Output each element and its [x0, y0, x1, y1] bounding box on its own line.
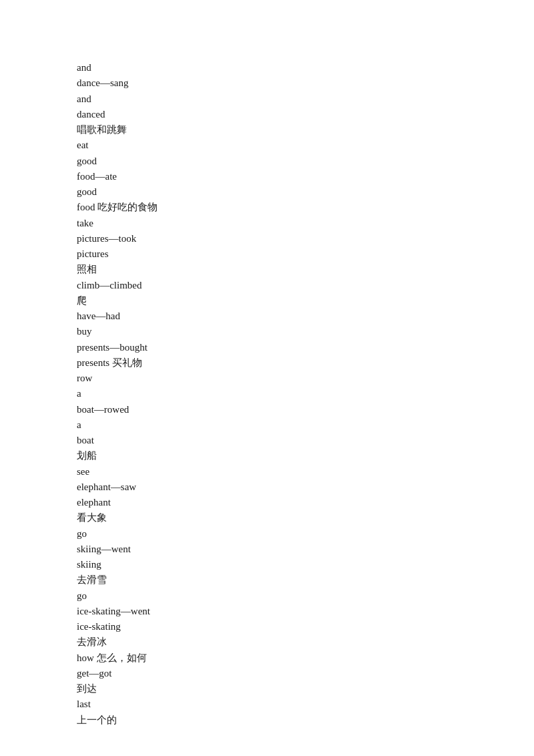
- text-line: pictures—took: [77, 231, 534, 246]
- text-line: buy: [77, 324, 534, 339]
- text-line: good: [77, 154, 534, 169]
- text-line: presents 买礼物: [77, 355, 534, 371]
- text-line: have—had: [77, 309, 534, 324]
- text-line: and: [77, 60, 534, 75]
- text-line: elephant: [77, 495, 534, 510]
- text-line: dance—sang: [77, 75, 534, 91]
- text-line: see: [77, 464, 534, 480]
- text-line: and: [77, 91, 534, 107]
- text-line: climb—climbed: [77, 278, 534, 293]
- text-line: food—ate: [77, 169, 534, 184]
- text-line: danced: [77, 107, 534, 122]
- text-line: a: [77, 417, 534, 433]
- text-line: 爬: [77, 293, 534, 309]
- text-line: go: [77, 588, 534, 604]
- text-line: skiing—went: [77, 542, 534, 557]
- main-content: anddance—sanganddanced唱歌和跳舞eatgoodfood—a…: [77, 60, 534, 728]
- text-line: row: [77, 371, 534, 386]
- text-line: eat: [77, 138, 534, 153]
- text-line: 去滑冰: [77, 634, 534, 650]
- text-line: 唱歌和跳舞: [77, 122, 534, 138]
- text-line: get—got: [77, 666, 534, 681]
- text-line: 看大象: [77, 510, 534, 526]
- text-line: take: [77, 216, 534, 231]
- text-line: pictures: [77, 246, 534, 262]
- text-line: 去滑雪: [77, 572, 534, 588]
- text-line: last: [77, 697, 534, 712]
- text-line: go: [77, 526, 534, 542]
- text-line: good: [77, 184, 534, 200]
- text-line: a: [77, 386, 534, 401]
- text-line: ice-skating—went: [77, 604, 534, 619]
- text-line: presents—bought: [77, 340, 534, 355]
- text-line: how 怎么，如何: [77, 650, 534, 666]
- text-line: food 吃好吃的食物: [77, 200, 534, 215]
- text-line: skiing: [77, 557, 534, 572]
- text-line: 照相: [77, 262, 534, 277]
- text-line: 划船: [77, 448, 534, 463]
- text-line: elephant—saw: [77, 480, 534, 495]
- text-line: boat—rowed: [77, 402, 534, 417]
- text-line: 到达: [77, 681, 534, 697]
- text-line: ice-skating: [77, 619, 534, 634]
- text-line: 上一个的: [77, 713, 534, 728]
- text-line: boat: [77, 433, 534, 448]
